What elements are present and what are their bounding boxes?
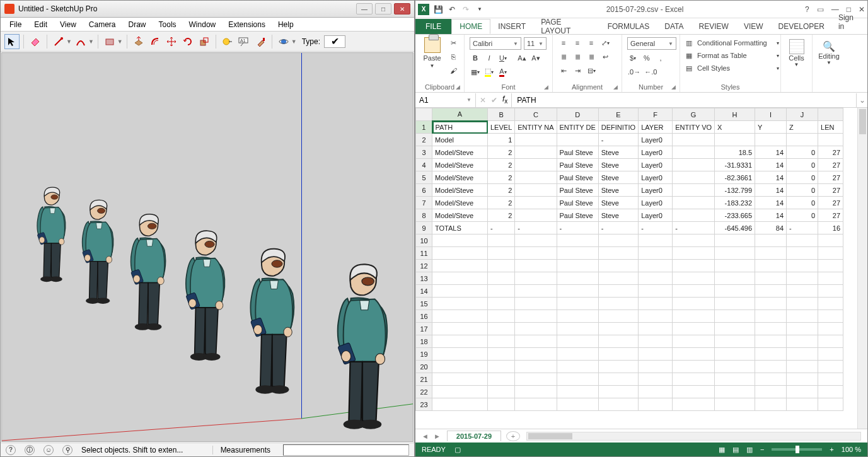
line-tool-icon[interactable] [51, 34, 66, 49]
cell[interactable] [715, 285, 755, 298]
cell[interactable] [787, 234, 818, 247]
cell[interactable] [598, 373, 638, 386]
cell[interactable]: Paul Steve [557, 171, 598, 184]
copy-icon[interactable]: ⎘ [448, 51, 459, 62]
cell[interactable] [639, 272, 673, 285]
row-header[interactable]: 8 [416, 209, 432, 222]
cell[interactable]: - [639, 222, 673, 234]
dialog-launcher-icon[interactable]: ◢ [456, 84, 460, 90]
cell[interactable]: 27 [818, 197, 843, 209]
cell[interactable] [818, 335, 843, 348]
cell[interactable]: 14 [755, 197, 787, 209]
cell[interactable] [818, 272, 843, 285]
horizontal-scrollbar[interactable] [526, 432, 861, 441]
menu-extensions[interactable]: Extensions [223, 19, 270, 30]
cell[interactable] [639, 247, 673, 260]
cell[interactable] [488, 247, 515, 260]
cell[interactable] [488, 373, 515, 386]
cell[interactable]: Paul Steve [557, 209, 598, 222]
cell[interactable] [557, 386, 598, 398]
row-header[interactable]: 15 [416, 298, 432, 310]
scale-tool-icon[interactable] [197, 34, 212, 49]
view-page-layout-icon[interactable]: ▤ [732, 446, 739, 454]
cell[interactable] [432, 386, 488, 398]
cell[interactable] [432, 260, 488, 272]
cell[interactable] [432, 298, 488, 310]
tab-review[interactable]: REVIEW [692, 19, 736, 34]
cell[interactable]: -183.232 [715, 197, 755, 209]
cell[interactable] [515, 134, 557, 146]
cell[interactable] [557, 234, 598, 247]
accounting-icon[interactable]: $▾ [627, 52, 639, 64]
bold-icon[interactable]: B [470, 52, 481, 64]
cell[interactable] [639, 348, 673, 361]
text-tool-icon[interactable]: A1 [236, 34, 252, 49]
cell[interactable]: Layer0 [639, 209, 673, 222]
cell[interactable] [639, 234, 673, 247]
cell[interactable] [818, 323, 843, 335]
col-header[interactable]: H [715, 108, 755, 121]
align-middle-icon[interactable]: ≡ [572, 37, 583, 49]
cell[interactable] [639, 298, 673, 310]
cell[interactable]: LAYER [639, 121, 673, 134]
save-icon[interactable]: 💾 [433, 4, 443, 14]
menu-draw[interactable]: Draw [124, 19, 151, 30]
cells-table[interactable]: ABCDEFGHIJ1PATHLEVELENTITY NAENTITY DEDE… [415, 108, 843, 411]
cell[interactable] [557, 348, 598, 361]
cell[interactable] [639, 323, 673, 335]
cell[interactable]: ENTITY NA [515, 121, 557, 134]
cell[interactable] [755, 310, 787, 323]
cell[interactable] [515, 171, 557, 184]
cell[interactable] [673, 285, 715, 298]
cell[interactable] [673, 184, 715, 197]
cell[interactable] [515, 247, 557, 260]
cell[interactable]: Y [755, 121, 787, 134]
cell[interactable] [598, 298, 638, 310]
align-center-icon[interactable]: ≣ [572, 51, 583, 62]
cell[interactable] [673, 234, 715, 247]
cell[interactable] [755, 234, 787, 247]
cell[interactable] [515, 386, 557, 398]
cell[interactable] [515, 234, 557, 247]
rotate-tool-icon[interactable] [180, 34, 195, 49]
cell[interactable] [432, 310, 488, 323]
merge-center-icon[interactable]: ⊟▾ [586, 65, 597, 76]
cell[interactable] [673, 361, 715, 373]
align-left-icon[interactable]: ≣ [558, 51, 569, 62]
cell[interactable] [515, 184, 557, 197]
cell[interactable] [673, 260, 715, 272]
cell[interactable] [515, 146, 557, 159]
cell[interactable]: -233.665 [715, 209, 755, 222]
cell[interactable]: 2 [488, 159, 515, 171]
dropdown-icon[interactable]: ▼ [88, 38, 94, 45]
tab-page-layout[interactable]: PAGE LAYOUT [533, 19, 599, 34]
cell[interactable] [673, 197, 715, 209]
cell[interactable] [557, 285, 598, 298]
fx-icon[interactable]: fx [502, 95, 507, 105]
orientation-icon[interactable]: ⤢▾ [599, 37, 611, 49]
menu-window[interactable]: Window [184, 19, 221, 30]
cell[interactable] [818, 310, 843, 323]
tab-file[interactable]: FILE [415, 19, 451, 34]
cell[interactable] [715, 386, 755, 398]
cell[interactable] [818, 134, 843, 146]
cell-styles-button[interactable]: ▤ Cell Styles▾ [685, 62, 780, 74]
menu-tools[interactable]: Tools [154, 19, 182, 30]
cell[interactable] [515, 323, 557, 335]
cell[interactable] [598, 348, 638, 361]
geo-location-icon[interactable]: ⚲ [62, 445, 72, 455]
percent-icon[interactable]: % [641, 52, 652, 64]
cell[interactable]: Z [787, 121, 818, 134]
cell[interactable] [787, 348, 818, 361]
cell[interactable]: Layer0 [639, 197, 673, 209]
cell[interactable] [639, 310, 673, 323]
cell[interactable] [715, 247, 755, 260]
zoom-slider[interactable] [772, 448, 822, 451]
sketchup-viewport[interactable] [1, 52, 414, 442]
cell[interactable]: Paul Steve [557, 197, 598, 209]
cell[interactable] [432, 323, 488, 335]
minimize-button[interactable]: — [356, 3, 373, 14]
cell[interactable]: 27 [818, 159, 843, 171]
cell[interactable]: 18.5 [715, 146, 755, 159]
cell[interactable] [715, 310, 755, 323]
